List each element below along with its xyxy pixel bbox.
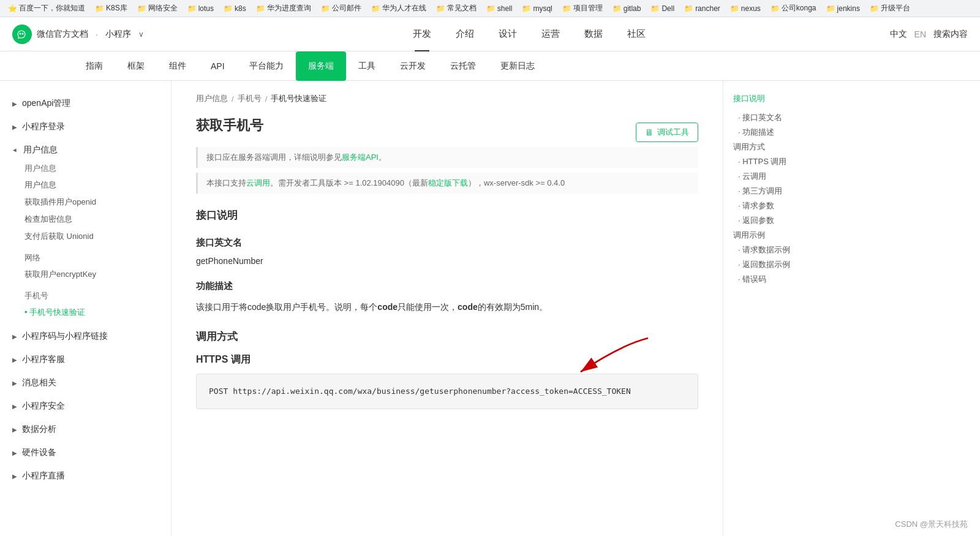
folder-icon: 📁 — [562, 4, 571, 13]
bookmark-mysql[interactable]: 📁 mysql — [519, 3, 555, 14]
bookmark-upgrade-platform[interactable]: 📁 升级平台 — [867, 2, 913, 15]
chevron-down-icon: ▼ — [12, 147, 18, 153]
sidebar: ▶ openApi管理 ▶ 小程序登录 ▼ 用户信息 用户信息 用户信息 获取插… — [0, 81, 172, 536]
subnav-cloud-hosting[interactable]: 云托管 — [438, 51, 488, 81]
nav-item-dev[interactable]: 开发 — [401, 17, 443, 51]
sidebar-item-encrypt[interactable]: 检查加密信息 — [12, 211, 171, 228]
sidebar-item-unionid[interactable]: 支付后获取 Unionid — [12, 228, 171, 245]
sidebar-section-service: ▶ 小程序客服 — [0, 349, 171, 370]
bookmark-label: 网络安全 — [148, 3, 178, 13]
toc-item-feature[interactable]: · 功能描述 — [733, 125, 823, 140]
bookmark-label: rancher — [695, 4, 720, 13]
toc-item-call-method[interactable]: 调用方式 — [733, 140, 823, 154]
sidebar-section-live-header[interactable]: ▶ 小程序直播 — [0, 466, 171, 486]
bookmark-nexus[interactable]: 📁 nexus — [727, 3, 764, 14]
bookmark-label: mysql — [533, 4, 552, 13]
section-https: HTTPS 调用 — [196, 353, 698, 366]
breadcrumb-phone[interactable]: 手机号 — [238, 93, 262, 104]
sidebar-section-security-header[interactable]: ▶ 小程序安全 — [0, 396, 171, 417]
sidebar-section-login-header[interactable]: ▶ 小程序登录 — [0, 116, 171, 137]
subnav-guide[interactable]: 指南 — [74, 51, 115, 81]
search-input[interactable]: 搜索内容 — [933, 29, 968, 40]
toc-item-api-name[interactable]: · 接口英文名 — [733, 110, 823, 125]
toc-item-https[interactable]: · HTTPS 调用 — [733, 154, 823, 169]
bookmark-jenkins[interactable]: 📁 jenkins — [823, 3, 863, 14]
sidebar-section-userinfo-header[interactable]: ▼ 用户信息 — [0, 140, 171, 160]
bookmark-k8s[interactable]: 📁 k8s — [221, 3, 249, 14]
bookmark-network-security[interactable]: 📁 网络安全 — [134, 2, 181, 15]
sidebar-section-service-header[interactable]: ▶ 小程序客服 — [0, 349, 171, 370]
breadcrumb: 用户信息 / 手机号 / 手机号快速验证 — [196, 93, 698, 104]
folder-icon: 📁 — [224, 4, 233, 13]
sidebar-section-hardware-header[interactable]: ▶ 硬件设备 — [0, 442, 171, 463]
subnav-server[interactable]: 服务端 — [296, 51, 346, 81]
toc-item-third-party[interactable]: · 第三方调用 — [733, 184, 823, 198]
sidebar-item-userinfo[interactable]: 用户信息 — [12, 176, 171, 194]
nav-menu: 开发 介绍 设计 运营 数据 社区 — [168, 17, 890, 51]
toc-item-req-params[interactable]: · 请求参数 — [733, 198, 823, 213]
sidebar-section-analytics-header[interactable]: ▶ 数据分析 — [0, 419, 171, 440]
toc-item-resp-example[interactable]: · 返回数据示例 — [733, 257, 823, 272]
nav-item-community[interactable]: 社区 — [615, 17, 658, 51]
chevron-right-icon: ▶ — [12, 473, 17, 480]
bookmark-huawei-query[interactable]: 📁 华为进度查询 — [253, 2, 314, 15]
sidebar-section-qrcode-header[interactable]: ▶ 小程序码与小程序链接 — [0, 326, 171, 347]
bookmark-project-mgmt[interactable]: 📁 项目管理 — [559, 2, 606, 15]
bookmark-label: 升级平台 — [881, 3, 910, 13]
subnav-api[interactable]: API — [198, 51, 237, 81]
bookmark-label: 常见文档 — [447, 3, 477, 13]
section-api-name: 接口英文名 — [196, 237, 698, 249]
sidebar-item-openid[interactable]: 获取插件用户openid — [12, 194, 171, 211]
bookmark-company-konga[interactable]: 📁 公司konga — [767, 2, 820, 15]
bookmark-dell[interactable]: 📁 Dell — [647, 3, 677, 14]
folder-icon: 📁 — [730, 4, 739, 13]
bookmark-lotus[interactable]: 📁 lotus — [184, 3, 217, 14]
bookmark-baidu[interactable]: ⭐ 百度一下，你就知道 — [5, 2, 88, 15]
subnav-framework[interactable]: 框架 — [115, 51, 157, 81]
sidebar-item-encryptkey[interactable]: 获取用户encryptKey — [12, 266, 171, 283]
bookmark-common-docs[interactable]: 📁 常见文档 — [433, 2, 480, 15]
nav-item-ops[interactable]: 运营 — [529, 17, 572, 51]
folder-icon: 📁 — [870, 4, 879, 13]
toc-item-req-example[interactable]: · 请求数据示例 — [733, 243, 823, 257]
bookmark-shell[interactable]: 📁 shell — [483, 3, 516, 14]
breadcrumb-current: 手机号快速验证 — [271, 93, 326, 104]
nav-logo[interactable]: 微信官方文档 · 小程序 ∨ — [12, 25, 144, 44]
bookmark-k8s-lib[interactable]: 📁 K8S库 — [92, 2, 130, 15]
bookmark-huawei-talent[interactable]: 📁 华为人才在线 — [368, 2, 429, 15]
toc-item-resp-params[interactable]: · 返回参数 — [733, 213, 823, 228]
chevron-right-icon: ▶ — [12, 333, 17, 340]
subnav-platform[interactable]: 平台能力 — [237, 51, 296, 81]
subnav-tools[interactable]: 工具 — [346, 51, 388, 81]
toc-title[interactable]: 接口说明 — [733, 93, 823, 104]
bookmark-rancher[interactable]: 📁 rancher — [681, 3, 723, 14]
sidebar-section-openapi-header[interactable]: ▶ openApi管理 — [0, 93, 171, 114]
feature-description: 该接口用于将code换取用户手机号。说明，每个code只能使用一次，code的有… — [196, 300, 698, 315]
stable-download-link[interactable]: 稳定版下载 — [428, 178, 468, 187]
chevron-right-icon: ▶ — [12, 426, 17, 433]
breadcrumb-userinfo[interactable]: 用户信息 — [196, 93, 228, 104]
debug-tool-button[interactable]: 🖥 调试工具 — [636, 123, 698, 142]
toc-item-error-code[interactable]: · 错误码 — [733, 272, 823, 287]
sidebar-subgroup-phone-label: 手机号 — [12, 288, 171, 304]
lang-zh-button[interactable]: 中文 — [890, 29, 907, 40]
nav-item-intro[interactable]: 介绍 — [443, 17, 486, 51]
nav-item-data[interactable]: 数据 — [572, 17, 615, 51]
toc-item-example[interactable]: 调用示例 — [733, 228, 823, 243]
subnav-cloud-dev[interactable]: 云开发 — [388, 51, 438, 81]
sidebar-item-phone-verify[interactable]: 手机号快速验证 — [12, 304, 171, 321]
bookmark-gitlab[interactable]: 📁 gitlab — [609, 3, 644, 14]
subnav-components[interactable]: 组件 — [157, 51, 198, 81]
sidebar-section-hardware: ▶ 硬件设备 — [0, 442, 171, 463]
folder-icon: 📁 — [371, 4, 380, 13]
nav-item-design[interactable]: 设计 — [486, 17, 529, 51]
logo-dot: · — [96, 29, 98, 39]
subnav-changelog[interactable]: 更新日志 — [488, 51, 547, 81]
lang-en-button[interactable]: EN — [914, 29, 926, 39]
toc-item-cloud[interactable]: · 云调用 — [733, 169, 823, 184]
sidebar-section-message-header[interactable]: ▶ 消息相关 — [0, 372, 171, 393]
bookmark-company-mail[interactable]: 📁 公司邮件 — [318, 2, 364, 15]
bookmark-label: gitlab — [624, 4, 641, 13]
server-api-link[interactable]: 服务端API — [342, 153, 379, 162]
cloud-call-link[interactable]: 云调用 — [246, 178, 270, 187]
